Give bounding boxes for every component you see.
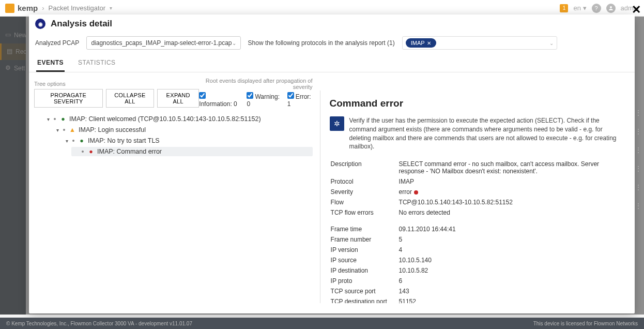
chevron-down-icon[interactable]: ▾ (110, 5, 112, 11)
filter-information[interactable]: Information: 0 (199, 92, 239, 108)
collapse-toggle-icon[interactable]: ▾ (64, 138, 69, 144)
row-ip-source: IP source10.10.5.140 (331, 256, 624, 265)
row-tcp-flow-errors: TCP flow errorsNo errors detected (331, 208, 624, 217)
tab-statistics[interactable]: STATISTICS (77, 55, 117, 72)
tabs: EVENTS STATISTICS (29, 55, 635, 72)
svg-point-0 (610, 6, 612, 8)
remove-protocol-icon[interactable]: ✕ (427, 40, 431, 46)
tree-node-no-tls[interactable]: ▾ ● IMAP: No try to start TLS (62, 136, 313, 145)
brand-text: kemp (18, 4, 38, 12)
top-right: 1 en ▾ ? admin (560, 4, 639, 13)
close-icon[interactable]: ✕ (632, 3, 641, 17)
row-flow: FlowTCP@10.10.5.140:143-10.10.5.82:51152 (331, 198, 624, 207)
user-icon[interactable] (606, 4, 616, 13)
bg-row-handles: ⋮⋮⋮⋮⋮⋮ (635, 109, 641, 210)
bullet-icon (54, 118, 56, 120)
row-tcp-dst-port: TCP destination port51152 (331, 297, 624, 303)
collapse-toggle-icon[interactable]: ▾ (55, 127, 60, 133)
row-frame-number: Frame number5 (331, 235, 624, 244)
modal-icon: ◉ (35, 19, 45, 29)
breadcrumb[interactable]: Packet Investigator (49, 4, 106, 12)
protocols-label: Show the following protocols in the anal… (248, 39, 395, 47)
status-ok-icon: ● (60, 116, 66, 122)
chevron-down-icon: ⌄ (232, 40, 236, 46)
notification-badge[interactable]: 1 (560, 4, 568, 12)
modal-header: ◉ Analysis detail (29, 14, 635, 31)
bullet-icon (72, 140, 74, 142)
detail-title: Command error (330, 98, 625, 109)
row-description: DescriptionSELECT command error - no suc… (331, 159, 624, 176)
row-ip-proto: IP proto6 (331, 276, 624, 286)
row-protocol: ProtocolIMAP (331, 177, 624, 186)
detail-panel: Command error ✲ Verify if the user has t… (320, 91, 635, 303)
tree-node-client-welcomed[interactable]: ▾ ● IMAP: Client welcomed (TCP@10.10.5.1… (43, 114, 313, 124)
brand-icon (5, 4, 14, 13)
help-icon[interactable]: ? (592, 4, 601, 13)
lang-select[interactable]: en ▾ (573, 4, 586, 12)
root-events-label: Root events displayed after propagation … (199, 78, 312, 90)
protocol-pill[interactable]: IMAP ✕ (406, 38, 436, 48)
status-error-icon: ● (88, 148, 94, 155)
tree-options-label: Tree options (34, 81, 199, 87)
protocol-select[interactable]: IMAP ✕ ⌄ (402, 36, 557, 50)
status-ok-icon: ● (79, 138, 85, 144)
brand[interactable]: kemp (5, 4, 38, 13)
row-ip-version: IP version4 (331, 245, 624, 255)
filter-information-checkbox[interactable] (199, 92, 206, 99)
collapse-toggle-icon[interactable]: ▾ (45, 116, 51, 122)
modal-title: Analysis detail (51, 19, 112, 29)
statusbar: © Kemp Technologies, Inc., Flowmon Colle… (0, 318, 644, 329)
row-tcp-src-port: TCP source port143 (331, 287, 624, 296)
tree-panel: Tree options PROPAGATE SEVERITY COLLAPSE… (29, 72, 320, 313)
propagate-severity-button[interactable]: PROPAGATE SEVERITY (34, 89, 103, 108)
analysis-detail-modal: ◉ Analysis detail Analyzed PCAP diagnost… (29, 14, 635, 313)
filter-error-checkbox[interactable] (287, 92, 294, 99)
event-tree: ▾ ● IMAP: Client welcomed (TCP@10.10.5.1… (34, 113, 313, 162)
pcap-row: Analyzed PCAP diagnostics_pcaps_IMAP_ima… (29, 31, 635, 55)
pcap-file: diagnostics_pcaps_IMAP_imap-select-error… (91, 39, 232, 47)
analyzed-pcap-label: Analyzed PCAP (35, 39, 79, 47)
filter-warning-checkbox[interactable] (247, 92, 253, 99)
tip-box: ✲ Verify if the user has the permission … (330, 116, 625, 151)
expand-all-button[interactable]: EXPAND ALL (157, 89, 199, 108)
filter-error[interactable]: Error: 1 (287, 92, 313, 108)
bullet-icon (82, 151, 84, 153)
chevron-down-icon: ⌄ (549, 40, 554, 46)
tree-node-command-error[interactable]: ▾ ● IMAP: Command error (71, 147, 313, 156)
statusbar-right: This device is licensed for Flowmon Netw… (533, 321, 638, 326)
pcap-select[interactable]: diagnostics_pcaps_IMAP_imap-select-error… (86, 36, 240, 50)
filter-warning[interactable]: Warning: 0 (247, 92, 280, 108)
tree-node-login-successful[interactable]: ▾ ▲ IMAP: Login successful (53, 125, 313, 134)
tip-text: Verify if the user has the permission to… (349, 116, 625, 151)
status-warn-icon: ▲ (69, 127, 75, 133)
detail-table: DescriptionSELECT command error - no suc… (330, 158, 625, 303)
statusbar-left: © Kemp Technologies, Inc., Flowmon Colle… (6, 321, 192, 326)
row-severity: Severityerror (331, 187, 624, 197)
chevron-right-icon: › (42, 4, 44, 12)
severity-error-icon (414, 190, 418, 195)
bullet-icon (63, 129, 65, 131)
lightbulb-icon: ✲ (330, 116, 344, 131)
row-ip-destination: IP destination10.10.5.82 (331, 266, 624, 275)
collapse-all-button[interactable]: COLLAPSE ALL (106, 89, 154, 108)
tab-events[interactable]: EVENTS (36, 55, 65, 72)
row-frame-time: Frame time09.11.2010 16:44:41 (331, 225, 624, 234)
